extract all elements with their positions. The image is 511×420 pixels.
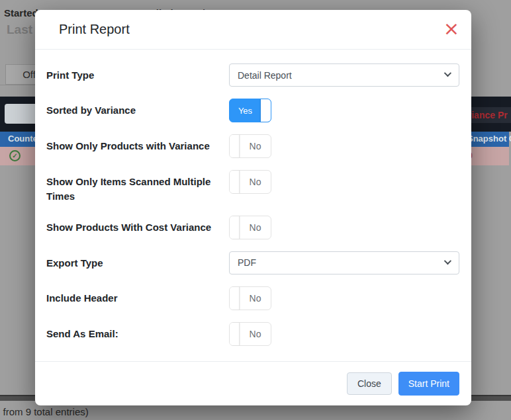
column-header-counted[interactable]: Counte	[8, 134, 38, 144]
toggle-knob	[230, 216, 240, 239]
toggle-knob	[261, 99, 271, 122]
field-label: Print Type	[46, 63, 229, 87]
row-print-type: Print Type Detail Report	[46, 63, 459, 87]
toggle-label: Yes	[238, 106, 252, 116]
export-type-select[interactable]: PDF	[229, 251, 459, 274]
print-report-modal: Print Report × Print Type Detail Report …	[35, 10, 471, 405]
row-export-type: Export Type PDF	[46, 251, 459, 274]
select-value: PDF	[238, 257, 256, 268]
toggle-label: No	[250, 293, 261, 304]
field-label: Show Only Items Scanned Multiple Times	[46, 170, 229, 204]
cost-variance-toggle[interactable]: No	[229, 216, 271, 239]
toggle-label: No	[250, 222, 261, 233]
field-label: Sorted by Variance	[46, 99, 229, 122]
toggle-label: No	[250, 329, 261, 339]
entries-count-text: d from 9 total entries)	[0, 406, 89, 417]
chevron-down-icon	[444, 257, 451, 264]
sorted-by-variance-toggle[interactable]: Yes	[229, 99, 271, 122]
row-show-cost-variance: Show Products With Cost Variance No	[46, 216, 459, 239]
modal-title: Print Report	[59, 22, 130, 37]
field-label: Send As Email:	[46, 322, 229, 346]
modal-header: Print Report ×	[35, 10, 471, 50]
start-print-button[interactable]: Start Print	[398, 372, 459, 396]
chevron-down-icon	[444, 69, 451, 77]
field-label: Show Products With Cost Variance	[46, 216, 229, 239]
toggle-knob	[230, 135, 240, 157]
page-subtitle-fragment: Last	[7, 22, 32, 37]
row-show-products-variance: Show Only Products with Variance No	[46, 134, 459, 158]
check-circle-icon: ✓	[9, 150, 21, 161]
scanned-multiple-times-toggle[interactable]: No	[229, 170, 271, 194]
modal-body: Print Type Detail Report Sorted by Varia…	[35, 50, 471, 361]
field-label: Export Type	[46, 251, 229, 274]
toggle-knob	[230, 287, 240, 310]
close-button[interactable]: Close	[347, 372, 392, 395]
modal-footer: Close Start Print	[35, 361, 471, 405]
column-header-snapshot[interactable]: Snapshot C	[467, 134, 511, 144]
send-as-email-toggle[interactable]: No	[229, 322, 271, 346]
row-send-as-email: Send As Email: No	[46, 322, 459, 346]
include-header-toggle[interactable]: No	[229, 286, 271, 310]
toggle-knob	[230, 323, 240, 345]
field-label: Include Header	[46, 286, 229, 310]
row-include-header: Include Header No	[46, 286, 459, 310]
show-products-variance-toggle[interactable]: No	[229, 134, 271, 158]
toggle-label: No	[250, 141, 261, 151]
select-value: Detail Report	[238, 70, 292, 81]
close-icon[interactable]: ×	[443, 19, 459, 38]
row-sorted-by-variance: Sorted by Variance Yes	[46, 99, 459, 122]
field-label: Show Only Products with Variance	[46, 134, 229, 158]
toggle-knob	[230, 171, 240, 193]
toggle-label: No	[250, 177, 261, 187]
row-show-items-scanned-multiple: Show Only Items Scanned Multiple Times N…	[46, 170, 459, 204]
print-type-select[interactable]: Detail Report	[229, 63, 459, 87]
